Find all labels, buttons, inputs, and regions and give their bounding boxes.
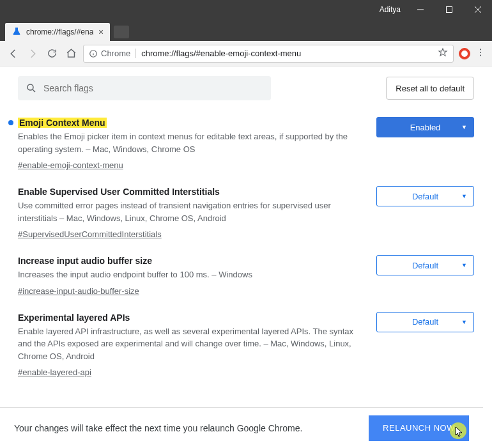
security-chip: Chrome — [89, 49, 136, 58]
select-value: Default — [412, 317, 438, 327]
svg-point-9 — [480, 54, 481, 56]
extension-icon[interactable] — [459, 48, 470, 59]
flag-description: Use committed error pages instead of tra… — [18, 199, 364, 224]
tab-strip: chrome://flags/#enable-e × — [0, 19, 492, 41]
relaunch-message: Your changes will take effect the next t… — [14, 423, 302, 433]
tab-title: chrome://flags/#enable-e — [26, 27, 93, 36]
page-content: Reset all to default Emoji Context Menu … — [0, 66, 492, 448]
svg-point-8 — [480, 51, 481, 52]
flag-hash-link[interactable]: #enable-emoji-context-menu — [18, 160, 123, 170]
close-window-button[interactable] — [463, 0, 492, 19]
forward-button[interactable] — [26, 47, 40, 61]
flask-icon — [12, 27, 22, 37]
select-value: Default — [412, 261, 438, 270]
toolbar: Chrome chrome://flags/#enable-emoji-cont… — [0, 41, 492, 66]
relaunch-button[interactable]: RELAUNCH NOW — [369, 415, 469, 441]
home-button[interactable] — [64, 47, 78, 61]
chevron-down-icon: ▼ — [461, 193, 467, 199]
modified-dot-icon — [8, 120, 13, 125]
address-bar[interactable]: Chrome chrome://flags/#enable-emoji-cont… — [83, 45, 454, 63]
svg-line-11 — [33, 89, 35, 92]
url-text: chrome://flags/#enable-emoji-context-men… — [141, 49, 301, 58]
flag-state-select[interactable]: Default ▼ — [376, 312, 474, 332]
flag-description: Increases the input audio endpoint buffe… — [18, 268, 364, 281]
flag-state-select[interactable]: Enabled ▼ — [376, 117, 474, 137]
flag-state-select[interactable]: Default ▼ — [376, 186, 474, 206]
search-icon — [26, 82, 37, 94]
flag-item: Enable Supervised User Committed Interst… — [0, 176, 492, 245]
chip-label: Chrome — [101, 49, 130, 58]
reload-button[interactable] — [45, 47, 59, 61]
minimize-button[interactable] — [406, 0, 434, 19]
flag-title: Emoji Context Menu — [18, 118, 107, 128]
svg-point-7 — [480, 49, 481, 50]
close-tab-icon[interactable]: × — [98, 27, 104, 36]
browser-tab[interactable]: chrome://flags/#enable-e × — [5, 23, 110, 41]
select-value: Default — [412, 192, 438, 201]
flags-topbar: Reset all to default — [0, 66, 492, 107]
back-button[interactable] — [6, 47, 20, 61]
maximize-button[interactable] — [434, 0, 463, 19]
profile-name[interactable]: Aditya — [374, 5, 406, 14]
chevron-down-icon: ▼ — [461, 262, 467, 268]
svg-point-10 — [27, 84, 33, 90]
flag-hash-link[interactable]: #SupervisedUserCommittedInterstitials — [18, 229, 162, 239]
info-icon — [89, 49, 98, 58]
flag-state-select[interactable]: Default ▼ — [376, 255, 474, 275]
new-tab-button[interactable] — [114, 26, 129, 38]
flag-item: Experimental layered APIs Enable layered… — [0, 302, 492, 383]
flag-title: Increase input audio buffer size — [18, 256, 152, 266]
flag-hash-link[interactable]: #enable-layered-api — [18, 367, 91, 377]
flag-description: Enable layered API infrastructure, as we… — [18, 325, 364, 363]
search-flags[interactable] — [18, 76, 271, 100]
bookmark-star-icon[interactable] — [438, 47, 448, 59]
search-input[interactable] — [43, 83, 263, 93]
flag-title: Experimental layered APIs — [18, 313, 130, 323]
flag-title: Enable Supervised User Committed Interst… — [18, 187, 220, 197]
reset-all-button[interactable]: Reset all to default — [386, 77, 474, 100]
chevron-down-icon: ▼ — [461, 124, 467, 130]
flag-hash-link[interactable]: #increase-input-audio-buffer-size — [18, 286, 139, 296]
flag-item: Emoji Context Menu Enables the Emoji pic… — [0, 107, 492, 176]
select-value: Enabled — [410, 123, 441, 132]
relaunch-footer: Your changes will take effect the next t… — [0, 407, 483, 448]
svg-rect-1 — [446, 7, 452, 13]
chevron-down-icon: ▼ — [461, 319, 467, 325]
menu-button[interactable] — [475, 47, 486, 60]
window-titlebar: Aditya — [0, 0, 492, 19]
flag-item: Increase input audio buffer size Increas… — [0, 245, 492, 302]
flag-description: Enables the Emoji picker item in context… — [18, 130, 364, 155]
